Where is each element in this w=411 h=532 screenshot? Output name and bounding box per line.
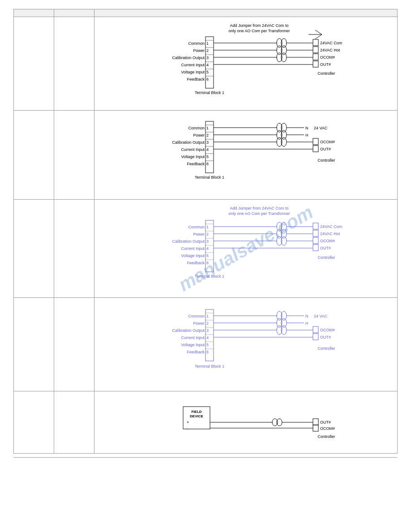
table-row: Add Jumper from 24VAC Com to only one AO… [14,17,398,111]
page-container: Add Jumper from 24VAC Com to only one AO… [0,0,411,467]
svg-text:Controller: Controller [317,346,335,351]
svg-text:H: H [305,321,308,326]
svg-text:Calibration Output: Calibration Output [172,56,205,60]
row5-col1 [14,391,54,454]
svg-text:3: 3 [206,239,209,244]
svg-rect-184 [313,419,318,425]
svg-text:OCOM#: OCOM# [320,239,335,243]
svg-text:2: 2 [206,321,209,326]
svg-rect-82 [313,138,318,145]
svg-text:Controller: Controller [317,255,335,260]
svg-rect-38 [313,47,318,53]
svg-text:OUT#: OUT# [320,335,331,339]
svg-text:4: 4 [206,246,209,251]
svg-rect-122 [313,223,318,229]
svg-text:Voltage Input: Voltage Input [181,253,205,258]
table-row: Common 1 Power 2 Calibration Output 3 Cu… [14,298,398,391]
svg-text:Controller: Controller [317,71,335,76]
svg-text:3: 3 [206,328,209,333]
svg-rect-167 [313,326,318,333]
row4-col1 [14,298,54,391]
svg-rect-168 [313,334,318,340]
row5-col2 [54,391,94,454]
table-row: manualsave.com Add Jumper from 24VAC Com… [14,200,398,298]
svg-text:Power: Power [193,133,205,137]
svg-text:Power: Power [193,232,205,236]
svg-text:2: 2 [206,133,209,137]
svg-text:24VAC Com: 24VAC Com [320,41,342,45]
svg-text:24VAC Hot: 24VAC Hot [320,232,340,236]
svg-text:OUT#: OUT# [320,246,331,250]
svg-text:Voltage Input: Voltage Input [181,70,205,74]
svg-text:Terminal Block 1: Terminal Block 1 [195,274,224,279]
svg-text:24VAC Com: 24VAC Com [320,224,342,229]
svg-text:Terminal Block 1: Terminal Block 1 [195,90,224,95]
svg-text:-: - [187,426,188,431]
svg-text:OCOM#: OCOM# [320,55,335,60]
svg-text:Feedback: Feedback [187,261,205,265]
svg-text:Current Input: Current Input [181,63,205,67]
svg-text:Current Input: Current Input [181,147,205,152]
svg-text:2: 2 [206,48,209,53]
table-row: FIELD DEVICE + - OUT# OCOM# [14,391,398,454]
svg-text:1: 1 [206,314,209,318]
svg-text:Voltage Input: Voltage Input [181,343,205,347]
svg-text:1: 1 [206,225,209,229]
svg-text:Controller: Controller [317,158,335,163]
svg-rect-40 [313,61,318,67]
svg-text:Power: Power [193,48,205,53]
svg-text:6: 6 [206,350,209,354]
svg-text:5: 5 [206,70,209,74]
svg-text:2: 2 [206,232,209,236]
svg-text:DEVICE: DEVICE [190,414,203,418]
svg-rect-124 [313,237,318,244]
svg-text:Calibration Output: Calibration Output [172,140,205,145]
diagram-3: Add Jumper from 24VAC Com to only one AO… [138,202,353,296]
svg-rect-125 [313,245,318,251]
svg-text:Terminal Block 1: Terminal Block 1 [195,175,224,180]
svg-rect-39 [313,54,318,60]
svg-rect-83 [313,146,318,152]
svg-line-3 [315,30,322,34]
row3-col2 [54,200,94,298]
svg-rect-37 [313,39,318,46]
svg-text:N: N [305,314,308,318]
svg-text:Feedback: Feedback [187,162,205,166]
svg-text:3: 3 [206,140,209,145]
svg-text:Power: Power [193,321,205,326]
svg-text:6: 6 [206,261,209,265]
row1-diagram: Add Jumper from 24VAC Com to only one AO… [94,17,398,111]
table-row: Common 1 Power 2 Calibration Output 3 Cu… [14,111,398,200]
row3-diagram: manualsave.com Add Jumper from 24VAC Com… [94,200,398,298]
svg-text:Common: Common [188,126,205,130]
svg-text:5: 5 [206,154,209,159]
svg-text:3: 3 [206,56,209,60]
svg-text:Controller: Controller [317,434,335,439]
svg-text:1: 1 [206,41,209,46]
svg-text:Common: Common [188,225,205,229]
svg-text:6: 6 [206,77,209,82]
svg-text:Current Input: Current Input [181,246,205,251]
svg-text:+: + [187,420,189,425]
footer-line [13,457,398,458]
row1-col1 [14,17,54,111]
svg-text:OCOM#: OCOM# [320,426,335,431]
svg-text:Add Jumper from 24VAC Com to: Add Jumper from 24VAC Com to [230,23,289,28]
row3-col1 [14,200,54,298]
svg-text:Calibration Output: Calibration Output [172,328,205,333]
row4-col2 [54,298,94,391]
svg-text:Add Jumper from 24VAC Com to: Add Jumper from 24VAC Com to [230,206,289,210]
svg-rect-123 [313,230,318,236]
row5-diagram: FIELD DEVICE + - OUT# OCOM# [94,391,398,454]
svg-text:24 VAC: 24 VAC [314,126,328,130]
svg-text:OCOM#: OCOM# [320,328,335,332]
row4-diagram: Common 1 Power 2 Calibration Output 3 Cu… [94,298,398,391]
svg-text:only one AO Com per Transforme: only one AO Com per Transformer [228,211,290,216]
svg-text:only one AO Com per Transforme: only one AO Com per Transformer [228,29,290,33]
diagram-1: Add Jumper from 24VAC Com to only one AO… [138,19,353,108]
row2-col1 [14,111,54,200]
svg-text:FIELD: FIELD [191,410,201,414]
svg-text:Calibration Output: Calibration Output [172,239,205,244]
header-col2 [54,9,94,17]
svg-text:4: 4 [206,63,209,67]
